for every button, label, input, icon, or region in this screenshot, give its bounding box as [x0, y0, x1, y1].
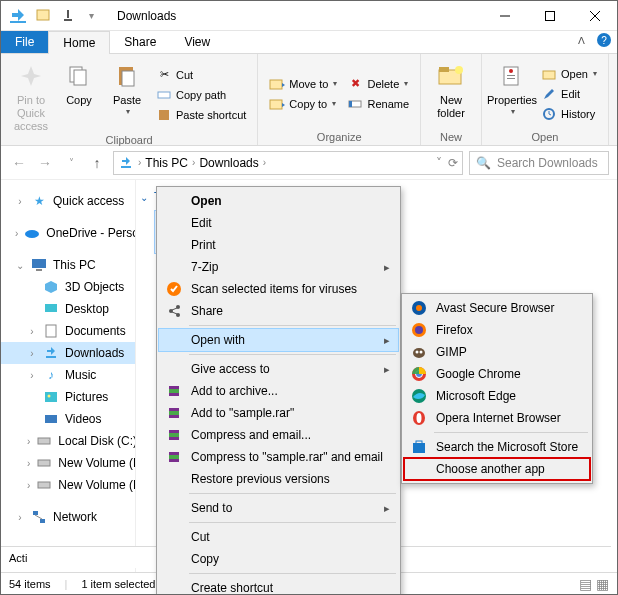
- close-button[interactable]: [572, 1, 617, 31]
- paste-button[interactable]: Paste ▾: [103, 56, 151, 134]
- titlebar: ▾ Downloads: [1, 1, 617, 31]
- copy-to-button[interactable]: Copy to▾: [266, 95, 340, 113]
- delete-button[interactable]: ✖Delete▾: [344, 75, 412, 93]
- ctx-give-access[interactable]: Give access to▸: [159, 358, 398, 380]
- ctx-add-sample[interactable]: Add to "sample.rar": [159, 402, 398, 424]
- sidebar-item-onedrive[interactable]: ›OneDrive - Personal: [1, 222, 135, 244]
- ctx-compress-sample-email[interactable]: Compress to "sample.rar" and email: [159, 446, 398, 468]
- rename-button[interactable]: Rename: [344, 95, 412, 113]
- submenu-opera[interactable]: Opera Internet Browser: [404, 407, 590, 429]
- copy-path-icon: [156, 87, 172, 103]
- details-view-icon[interactable]: ▤: [579, 576, 592, 592]
- chevron-right-icon[interactable]: ›: [27, 370, 37, 381]
- ctx-cut[interactable]: Cut: [159, 526, 398, 548]
- ctx-send-to[interactable]: Send to▸: [159, 497, 398, 519]
- chevron-right-icon[interactable]: ›: [27, 480, 30, 491]
- chevron-down-icon[interactable]: ⌄: [15, 260, 25, 271]
- chevron-right-icon[interactable]: ›: [27, 436, 30, 447]
- ctx-compress-email[interactable]: Compress and email...: [159, 424, 398, 446]
- submenu-avast[interactable]: Avast Secure Browser: [404, 297, 590, 319]
- ctx-open-with[interactable]: Open with▸: [159, 329, 398, 351]
- submenu-choose-another[interactable]: Choose another app: [404, 458, 590, 480]
- chevron-right-icon[interactable]: ›: [15, 512, 25, 523]
- large-icons-view-icon[interactable]: ▦: [596, 576, 609, 592]
- chevron-down-icon[interactable]: ˅: [436, 156, 442, 170]
- chevron-right-icon[interactable]: ›: [261, 157, 268, 168]
- ctx-open[interactable]: Open: [159, 190, 398, 212]
- videos-icon: [43, 411, 59, 427]
- sidebar-item-desktop[interactable]: Desktop: [1, 298, 135, 320]
- qat-save-icon[interactable]: [33, 5, 55, 27]
- chevron-down-icon[interactable]: ▾: [85, 5, 97, 27]
- sidebar-item-new-volume-d[interactable]: ›New Volume (D:): [1, 452, 135, 474]
- sidebar-item-downloads[interactable]: ›Downloads: [1, 342, 135, 364]
- tab-file[interactable]: File: [1, 31, 48, 53]
- chevron-right-icon[interactable]: ›: [136, 157, 143, 168]
- ctx-7zip[interactable]: 7-Zip▸: [159, 256, 398, 278]
- chevron-right-icon[interactable]: ›: [27, 326, 37, 337]
- chevron-right-icon[interactable]: ›: [15, 228, 18, 239]
- sidebar-item-pictures[interactable]: Pictures: [1, 386, 135, 408]
- open-button[interactable]: Open▾: [538, 65, 600, 83]
- submenu-gimp[interactable]: GIMP: [404, 341, 590, 363]
- recent-locations-button[interactable]: ˅: [61, 153, 81, 173]
- new-folder-button[interactable]: New folder: [427, 56, 475, 131]
- submenu-edge[interactable]: Microsoft Edge: [404, 385, 590, 407]
- sidebar-item-new-volume-e[interactable]: ›New Volume (E:): [1, 474, 135, 496]
- ctx-scan[interactable]: Scan selected items for viruses: [159, 278, 398, 300]
- chevron-down-icon[interactable]: ⌄: [140, 192, 148, 203]
- breadcrumb[interactable]: › This PC › Downloads › ˅ ⟳: [113, 151, 463, 175]
- ctx-print[interactable]: Print: [159, 234, 398, 256]
- submenu-chrome[interactable]: Google Chrome: [404, 363, 590, 385]
- history-button[interactable]: History: [538, 105, 600, 123]
- crumb-this-pc[interactable]: This PC: [145, 156, 188, 170]
- ctx-restore[interactable]: Restore previous versions: [159, 468, 398, 490]
- chevron-right-icon[interactable]: ›: [27, 348, 37, 359]
- paste-shortcut-button[interactable]: Paste shortcut: [153, 106, 249, 124]
- move-to-button[interactable]: Move to▾: [266, 75, 340, 93]
- ctx-add-archive[interactable]: Add to archive...: [159, 380, 398, 402]
- submenu-firefox[interactable]: Firefox: [404, 319, 590, 341]
- forward-button[interactable]: →: [35, 153, 55, 173]
- drive-icon: [36, 477, 52, 493]
- copy-path-button[interactable]: Copy path: [153, 86, 249, 104]
- up-button[interactable]: ↑: [87, 153, 107, 173]
- share-icon: [165, 302, 183, 320]
- chevron-right-icon[interactable]: ›: [27, 458, 30, 469]
- sidebar-item-music[interactable]: ›♪Music: [1, 364, 135, 386]
- chevron-right-icon[interactable]: ›: [15, 196, 25, 207]
- help-icon[interactable]: ?: [597, 33, 611, 47]
- cut-button[interactable]: ✂Cut: [153, 66, 249, 84]
- sidebar-item-documents[interactable]: ›Documents: [1, 320, 135, 342]
- back-button[interactable]: ←: [9, 153, 29, 173]
- tab-view[interactable]: View: [170, 31, 224, 53]
- copy-button[interactable]: Copy: [55, 56, 103, 134]
- crumb-downloads[interactable]: Downloads: [199, 156, 258, 170]
- ctx-copy[interactable]: Copy: [159, 548, 398, 570]
- collapse-ribbon-icon[interactable]: ᐱ: [578, 35, 585, 46]
- tab-share[interactable]: Share: [110, 31, 170, 53]
- svg-rect-1: [10, 21, 26, 23]
- qat-dropdown-icon[interactable]: [59, 5, 81, 27]
- rename-icon: [347, 96, 363, 112]
- ctx-edit[interactable]: Edit: [159, 212, 398, 234]
- sidebar-item-network[interactable]: ›Network: [1, 506, 135, 528]
- sidebar-item-videos[interactable]: Videos: [1, 408, 135, 430]
- edit-button[interactable]: Edit: [538, 85, 600, 103]
- pin-to-quick-access-button[interactable]: Pin to Quick access: [7, 56, 55, 134]
- ctx-create-shortcut[interactable]: Create shortcut: [159, 577, 398, 595]
- sidebar-item-this-pc[interactable]: ⌄This PC: [1, 254, 135, 276]
- refresh-icon[interactable]: ⟳: [448, 156, 458, 170]
- search-input[interactable]: 🔍 Search Downloads: [469, 151, 609, 175]
- tab-home[interactable]: Home: [48, 31, 110, 54]
- ctx-share[interactable]: Share: [159, 300, 398, 322]
- sidebar-item-local-disk-c[interactable]: ›Local Disk (C:): [1, 430, 135, 452]
- minimize-button[interactable]: [482, 1, 527, 31]
- properties-button[interactable]: Properties ▾: [488, 56, 536, 131]
- sidebar-item-quick-access[interactable]: ›★Quick access: [1, 190, 135, 212]
- sidebar-item-3d-objects[interactable]: 3D Objects: [1, 276, 135, 298]
- chevron-right-icon[interactable]: ›: [190, 157, 197, 168]
- submenu-store[interactable]: Search the Microsoft Store: [404, 436, 590, 458]
- pictures-icon: [43, 389, 59, 405]
- maximize-button[interactable]: [527, 1, 572, 31]
